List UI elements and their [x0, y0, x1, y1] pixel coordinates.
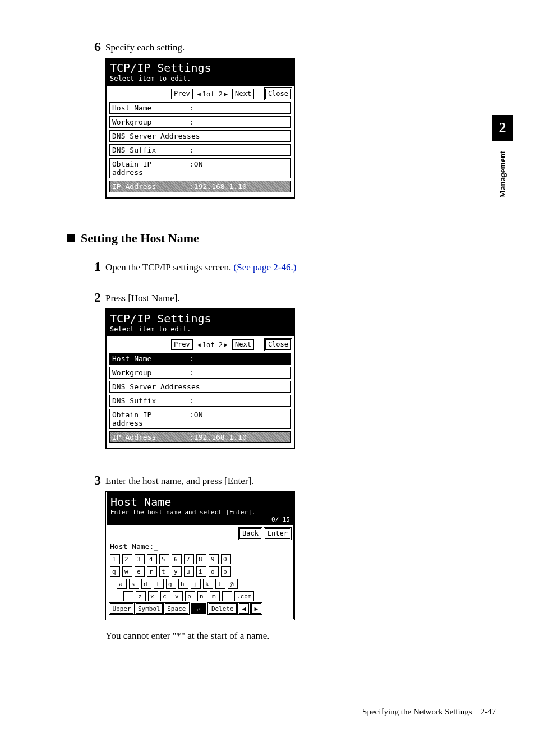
key-0[interactable]: 0 — [221, 554, 231, 564]
lcd-title: Host Name — [110, 495, 290, 509]
key-r[interactable]: r — [147, 566, 157, 577]
arrow-right-key[interactable]: ▶ — [251, 603, 261, 614]
key-9[interactable]: 9 — [209, 554, 219, 564]
item-value: : — [190, 118, 194, 126]
key-5[interactable]: 5 — [159, 554, 169, 564]
arrow-left-key[interactable]: ◀ — [239, 603, 249, 614]
upper-key[interactable]: Upper — [110, 603, 133, 614]
key-@[interactable]: @ — [228, 579, 238, 589]
item-value: :ON — [190, 160, 202, 177]
triangle-right-icon: ▶ — [224, 342, 228, 348]
key-b[interactable]: b — [185, 591, 195, 601]
key-c[interactable]: c — [160, 591, 170, 601]
key--[interactable]: - — [222, 591, 232, 601]
lcd-title: TCP/IP Settings — [110, 312, 290, 325]
key-7[interactable]: 7 — [184, 554, 194, 564]
item-label: DNS Suffix — [112, 146, 185, 154]
key-u[interactable]: u — [184, 566, 194, 577]
prev-button[interactable]: Prev — [171, 339, 193, 350]
list-item[interactable]: Host Name: — [109, 102, 291, 114]
list-item[interactable]: DNS Server Addresses — [109, 130, 291, 142]
list-item[interactable]: Workgroup: — [109, 367, 291, 379]
lcd-subtitle: Select item to edit. — [110, 325, 290, 333]
key-6[interactable]: 6 — [172, 554, 182, 564]
enter-icon-key[interactable]: ↵ — [191, 603, 206, 614]
list-item[interactable]: DNS Suffix: — [109, 395, 291, 407]
prev-button[interactable]: Prev — [171, 89, 193, 99]
back-button[interactable]: Back — [239, 528, 261, 539]
list-item[interactable]: Workgroup: — [109, 116, 291, 128]
step-number: 2 — [90, 290, 105, 305]
next-button[interactable]: Next — [232, 89, 254, 99]
item-label: IP Address — [112, 182, 185, 191]
see-page-link[interactable]: (See page 2-46.) — [234, 262, 297, 273]
list-item[interactable]: Obtain IP address:ON — [109, 158, 291, 178]
key-n[interactable]: n — [197, 591, 207, 601]
key-g[interactable]: g — [166, 579, 176, 589]
step-text: Specify each setting. — [105, 39, 185, 53]
key-1[interactable]: 1 — [110, 554, 120, 564]
item-value: : — [190, 397, 194, 405]
list-item[interactable]: DNS Server Addresses — [109, 381, 291, 393]
item-label: Host Name — [112, 104, 185, 112]
key-s[interactable]: s — [129, 579, 139, 589]
item-label: Workgroup — [112, 368, 185, 377]
symbol-key[interactable]: Symbol — [136, 603, 163, 614]
lcd-header: Host Name Enter the host name and select… — [107, 493, 293, 525]
key-q[interactable]: q — [110, 566, 120, 577]
enter-button[interactable]: Enter — [265, 528, 290, 539]
step-text: Press [Host Name]. — [105, 290, 180, 304]
key-m[interactable]: m — [210, 591, 220, 601]
hostname-input[interactable]: Host Name:_ — [110, 542, 290, 551]
footer-page: 2-47 — [481, 707, 496, 716]
space-key[interactable]: Space — [165, 603, 188, 614]
chapter-label: Management — [498, 151, 508, 198]
key-p[interactable]: p — [221, 566, 231, 577]
lcd-subtitle: Enter the host name and select [Enter]. — [110, 509, 290, 516]
key-i[interactable]: i — [196, 566, 206, 577]
pager: ◀ 1of 2 ▶ — [195, 90, 230, 98]
key-j[interactable]: j — [191, 579, 201, 589]
key-w[interactable]: w — [122, 566, 132, 577]
key-z[interactable]: z — [136, 591, 146, 601]
key-3[interactable]: 3 — [135, 554, 145, 564]
key-e[interactable]: e — [135, 566, 145, 577]
key-l[interactable]: l — [215, 579, 225, 589]
key-a[interactable]: a — [117, 579, 127, 589]
key-4[interactable]: 4 — [147, 554, 157, 564]
item-value: :ON — [190, 411, 202, 427]
key-k[interactable]: k — [203, 579, 213, 589]
list-item[interactable]: Host Name: — [109, 353, 291, 365]
char-counter: 0/ 15 — [110, 516, 290, 523]
key-h[interactable]: h — [178, 579, 188, 589]
key-x[interactable]: x — [148, 591, 158, 601]
section-title: Setting the Host Name — [81, 231, 199, 246]
chapter-tab: 2 Management — [492, 115, 513, 198]
key-8[interactable]: 8 — [196, 554, 206, 564]
key-o[interactable]: o — [209, 566, 219, 577]
key-_[interactable]: _ — [123, 591, 133, 601]
list-item: IP Address:192.168.1.10 — [109, 181, 291, 192]
item-label: DNS Server Addresses — [112, 132, 288, 140]
close-button[interactable]: Close — [265, 89, 291, 99]
key-com[interactable]: .com — [234, 591, 254, 601]
item-value: : — [190, 368, 194, 377]
key-2[interactable]: 2 — [122, 554, 132, 564]
next-button[interactable]: Next — [232, 339, 254, 350]
lcd-tcpip-1: TCP/IP Settings Select item to edit. Pre… — [105, 58, 295, 199]
list-item[interactable]: Obtain IP address:ON — [109, 409, 291, 429]
lcd-header: TCP/IP Settings Select item to edit. — [107, 310, 294, 336]
item-label: Obtain IP address — [112, 411, 185, 427]
pager: ◀ 1of 2 ▶ — [195, 341, 230, 349]
key-v[interactable]: v — [173, 591, 183, 601]
key-y[interactable]: y — [172, 566, 182, 577]
key-d[interactable]: d — [141, 579, 151, 589]
close-button[interactable]: Close — [265, 339, 291, 350]
delete-key[interactable]: Delete — [209, 603, 237, 614]
list-item[interactable]: DNS Suffix: — [109, 144, 291, 156]
item-value: : — [190, 354, 194, 363]
key-f[interactable]: f — [154, 579, 164, 589]
item-label: DNS Server Addresses — [112, 382, 288, 391]
footer-title: Specifying the Network Settings — [362, 707, 472, 716]
key-t[interactable]: t — [159, 566, 169, 577]
